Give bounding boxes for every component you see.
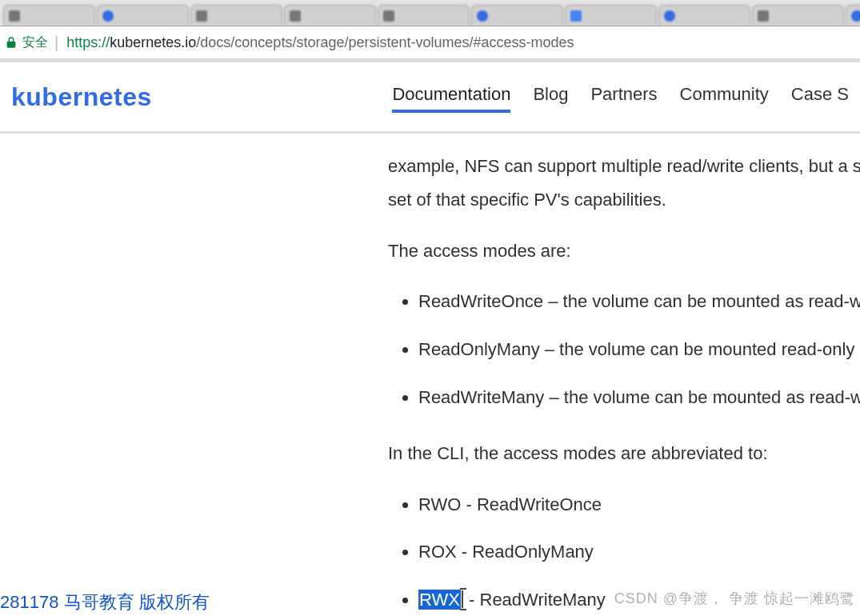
cli-intro: In the CLI, the access modes are abbrevi… — [388, 437, 860, 470]
browser-tab[interactable] — [284, 5, 376, 26]
browser-address-bar[interactable]: 安全 | https://kubernetes.io/docs/concepts… — [0, 26, 860, 59]
browser-tab[interactable] — [3, 5, 95, 26]
list-item: RWO - ReadWriteOnce — [418, 488, 860, 522]
browser-tab[interactable] — [658, 5, 750, 26]
nav-community[interactable]: Community — [680, 84, 769, 110]
footer-fragment: 281178 马哥教育 版权所有 — [0, 590, 210, 614]
lock-icon — [5, 36, 18, 49]
text-caret-icon — [462, 590, 464, 608]
favicon-icon — [570, 10, 582, 22]
article-body: example, NFS can support multiple read/w… — [0, 134, 860, 616]
list-item: ReadWriteOnce – the volume can be mounte… — [418, 285, 860, 318]
url-path: /docs/concepts/storage/persistent-volume… — [196, 34, 574, 50]
address-separator: | — [54, 34, 58, 52]
url-host: kubernetes.io — [110, 34, 196, 50]
url-scheme: https:// — [66, 34, 110, 50]
list-item: ReadOnlyMany – the volume can be mounted… — [418, 333, 860, 366]
watermark-text: CSDN @争渡， 争渡 惊起一滩鸥鹭 — [614, 589, 855, 608]
browser-tabstrip — [0, 0, 860, 26]
nav-partners[interactable]: Partners — [590, 84, 657, 110]
access-modes-list: ReadWriteOnce – the volume can be mounte… — [388, 285, 860, 414]
browser-tab[interactable] — [565, 5, 657, 26]
favicon-icon — [383, 10, 394, 22]
browser-tab[interactable] — [190, 5, 282, 26]
secure-label: 安全 — [22, 34, 48, 51]
main-nav: Documentation Blog Partners Community Ca… — [392, 84, 849, 110]
favicon-icon — [290, 10, 301, 22]
url-text: https://kubernetes.io/docs/concepts/stor… — [66, 34, 574, 51]
favicon-icon — [664, 10, 675, 22]
browser-tab[interactable] — [752, 5, 844, 26]
browser-tab[interactable] — [471, 5, 563, 26]
site-header: kubernetes Documentation Blog Partners C… — [0, 59, 860, 134]
access-modes-intro: The access modes are: — [388, 234, 860, 268]
nav-documentation[interactable]: Documentation — [392, 84, 510, 110]
nav-case-studies[interactable]: Case S — [791, 84, 849, 110]
favicon-icon — [477, 10, 488, 22]
brand-logo-text[interactable]: kubernetes — [11, 82, 152, 112]
browser-tab[interactable] — [97, 5, 189, 26]
favicon-icon — [851, 10, 860, 22]
favicon-icon — [196, 10, 207, 22]
nav-blog[interactable]: Blog — [533, 84, 568, 110]
intro-fragment: example, NFS can support multiple read/w… — [388, 150, 860, 217]
rwx-rest: - ReadWriteMany — [464, 590, 606, 610]
list-item: ReadWriteMany – the volume can be mounte… — [418, 381, 860, 414]
favicon-icon — [9, 10, 20, 22]
favicon-icon — [102, 10, 114, 22]
browser-tab[interactable] — [378, 5, 470, 26]
browser-tab[interactable] — [846, 5, 860, 26]
list-item: ROX - ReadOnlyMany — [418, 535, 860, 569]
selected-text: RWX — [418, 590, 461, 610]
favicon-icon — [758, 10, 769, 22]
